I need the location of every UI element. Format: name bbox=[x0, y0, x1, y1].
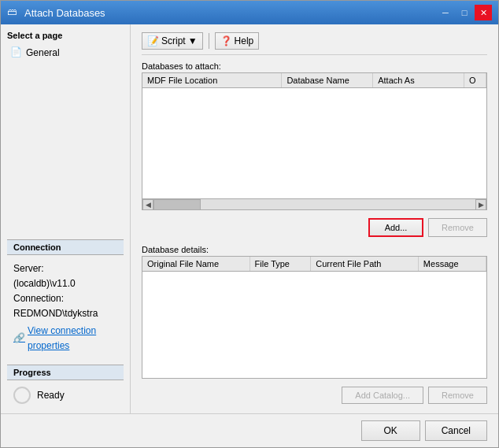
connection-label: Connection: bbox=[13, 291, 117, 306]
link-icon: 🔗 bbox=[13, 331, 25, 346]
details-action-row: Add Catalog... Remove bbox=[142, 387, 487, 404]
details-label: Database details: bbox=[142, 245, 487, 254]
col-owner: O bbox=[464, 73, 486, 87]
script-icon: 📝 bbox=[147, 35, 159, 46]
view-link-text: View connection properties bbox=[28, 324, 117, 354]
col-original-file: Original File Name bbox=[142, 257, 250, 271]
connection-section-header: Connection bbox=[7, 239, 124, 255]
col-dbname: Database Name bbox=[282, 73, 373, 87]
databases-action-row: Add... Remove bbox=[142, 218, 487, 237]
remove-details-button[interactable]: Remove bbox=[428, 387, 487, 404]
remove-button[interactable]: Remove bbox=[428, 218, 487, 237]
col-current-path: Current File Path bbox=[311, 257, 419, 271]
details-section: Database details: Original File Name Fil… bbox=[142, 245, 487, 379]
progress-item: Ready bbox=[7, 383, 124, 407]
script-arrow: ▼ bbox=[188, 35, 198, 46]
minimize-button[interactable]: ─ bbox=[437, 5, 454, 20]
help-button[interactable]: ❓ Help bbox=[215, 32, 260, 50]
server-value: (localdb)\v11.0 bbox=[13, 276, 117, 291]
scroll-thumb[interactable] bbox=[153, 199, 201, 210]
progress-section: Progress Ready bbox=[7, 365, 124, 407]
script-label: Script bbox=[161, 35, 186, 46]
col-attacas: Attach As bbox=[373, 73, 464, 87]
server-label: Server: bbox=[13, 261, 117, 276]
progress-section-header: Progress bbox=[7, 365, 124, 380]
databases-label: Databases to attach: bbox=[142, 61, 487, 71]
bottom-bar: OK Cancel bbox=[1, 413, 498, 447]
title-buttons: ─ □ ✕ bbox=[437, 5, 492, 20]
scroll-track[interactable] bbox=[153, 199, 475, 210]
toolbar: 📝 Script ▼ ❓ Help bbox=[142, 32, 487, 55]
general-icon: 📄 bbox=[10, 46, 23, 59]
col-mdf: MDF File Location bbox=[142, 73, 282, 87]
sidebar-bottom: Connection Server: (localdb)\v11.0 Conne… bbox=[7, 239, 124, 407]
cancel-button[interactable]: Cancel bbox=[425, 420, 487, 441]
sidebar: Select a page 📄 General Connection Serve… bbox=[1, 24, 131, 413]
col-message: Message bbox=[419, 257, 486, 271]
sidebar-item-general[interactable]: 📄 General bbox=[7, 45, 124, 61]
connection-value: REDMOND\tdykstra bbox=[13, 306, 117, 321]
window-icon: 🗃 bbox=[7, 6, 20, 19]
databases-table-header: MDF File Location Database Name Attach A… bbox=[142, 73, 486, 88]
main-window: 🗃 Attach Databases ─ □ ✕ Select a page 📄… bbox=[0, 0, 499, 448]
title-bar: 🗃 Attach Databases ─ □ ✕ bbox=[1, 1, 498, 24]
close-button[interactable]: ✕ bbox=[475, 5, 492, 20]
progress-status: Ready bbox=[37, 390, 65, 401]
title-bar-left: 🗃 Attach Databases bbox=[7, 6, 105, 19]
details-table-header: Original File Name File Type Current Fil… bbox=[142, 257, 486, 272]
add-catalog-button[interactable]: Add Catalog... bbox=[342, 387, 423, 404]
databases-scrollbar[interactable]: ◀ ▶ bbox=[142, 198, 486, 209]
col-file-type: File Type bbox=[250, 257, 312, 271]
maximize-button[interactable]: □ bbox=[456, 5, 473, 20]
ok-button[interactable]: OK bbox=[361, 420, 420, 441]
connection-info: Server: (localdb)\v11.0 Connection: REDM… bbox=[7, 258, 124, 358]
toolbar-separator bbox=[209, 33, 209, 49]
help-label: Help bbox=[235, 35, 254, 46]
progress-spinner bbox=[13, 387, 31, 404]
details-table-container: Original File Name File Type Current Fil… bbox=[142, 256, 487, 379]
details-table-body[interactable] bbox=[142, 272, 486, 378]
help-icon: ❓ bbox=[220, 35, 232, 46]
right-panel: 📝 Script ▼ ❓ Help Databases to attach: M… bbox=[131, 24, 498, 413]
select-page-label: Select a page bbox=[7, 31, 124, 40]
databases-table-container: MDF File Location Database Name Attach A… bbox=[142, 72, 487, 210]
sidebar-general-label: General bbox=[26, 47, 60, 58]
scroll-right-arrow[interactable]: ▶ bbox=[475, 199, 486, 210]
databases-table-body[interactable] bbox=[142, 88, 486, 198]
scroll-left-arrow[interactable]: ◀ bbox=[142, 199, 153, 210]
view-connection-link[interactable]: 🔗 View connection properties bbox=[13, 322, 117, 355]
add-button[interactable]: Add... bbox=[368, 218, 423, 237]
databases-section: Databases to attach: MDF File Location D… bbox=[142, 61, 487, 210]
window-title: Attach Databases bbox=[24, 7, 105, 19]
main-content: Select a page 📄 General Connection Serve… bbox=[1, 24, 498, 413]
script-button[interactable]: 📝 Script ▼ bbox=[142, 32, 203, 50]
